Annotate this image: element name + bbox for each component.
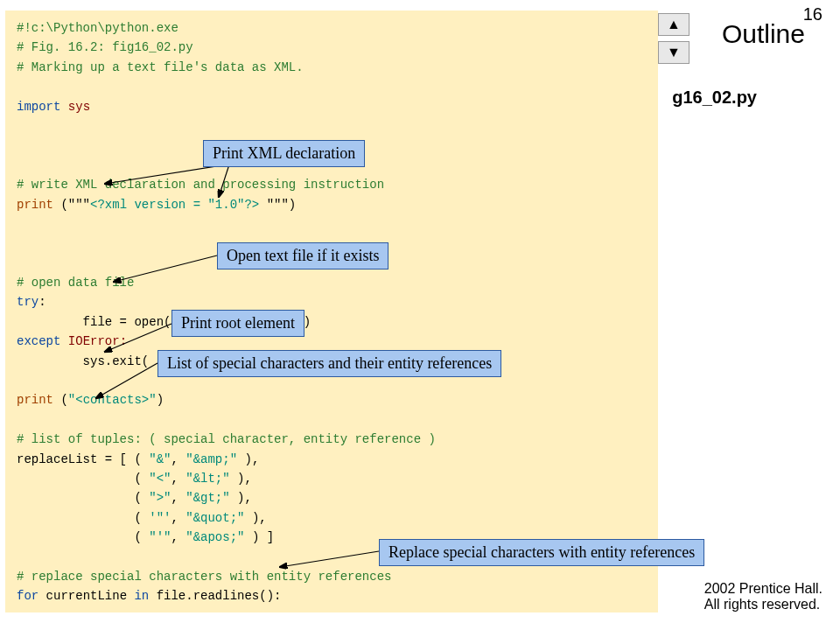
string-literal: <?xml version = "1.0"?> [90,198,259,212]
code-line: ( [17,472,149,486]
code-line: ( [53,393,68,407]
code-line: ), [230,491,252,505]
nav-up-button[interactable]: ▲ [658,13,690,36]
code-line: currentLine [38,589,134,603]
code-line: ), [237,452,259,466]
code-line: ( [17,511,149,525]
code-line: , [171,472,186,486]
callout-entity-list: List of special characters and their ent… [158,350,501,377]
code-line: """) [259,198,296,212]
string-literal: "<contacts>" [68,393,157,407]
callout-xml-declaration: Print XML declaration [203,140,365,167]
keyword-except: except [17,334,60,348]
copyright-line1: 2002 Prentice Hall. [704,581,822,596]
code-line: # Fig. 16.2: fig16_02.py [17,40,193,54]
copyright-line2: All rights reserved. [704,597,821,612]
keyword-print: print [17,198,53,212]
string-literal: "&" [149,452,171,466]
callout-replace: Replace special characters with entity r… [379,539,704,566]
code-line: , [171,511,186,525]
code-line: # replace special characters with entity… [17,570,391,584]
code-line: file = open( [17,315,178,329]
string-literal: "&apos;" [186,530,244,544]
string-literal: "&amp;" [186,452,237,466]
code-line: file.readlines(): [149,589,281,603]
callout-open-file: Open text file if it exists [217,242,388,270]
slide-number: 16 [803,4,822,24]
code-line: # write XML declaration and processing i… [17,178,384,192]
code-line: ), [230,472,252,486]
code-line: # list of tuples: ( special character, e… [17,432,436,446]
string-literal: "<" [149,472,171,486]
code-line: ( [17,530,149,544]
code-line: , [171,491,186,505]
code-line: (""" [53,198,90,212]
code-line: , [171,530,186,544]
string-literal: ">" [149,491,171,505]
string-literal: "&gt;" [186,491,229,505]
copyright-notice: 2002 Prentice Hall. All rights reserved. [704,581,822,612]
outline-title: Outline [722,19,805,49]
code-line: # open data file [17,276,134,290]
keyword-in: in [134,589,149,603]
string-literal: "&quot;" [186,511,244,525]
nav-arrows: ▲ ▼ [658,13,690,64]
filename-label: g16_02.py [672,88,757,108]
code-line: ) [157,393,164,407]
code-line: ( [17,491,149,505]
keyword-try: try [17,295,38,309]
code-line: # Marking up a text file's data as XML. [17,60,304,74]
code-line: ) ] [244,530,274,544]
keyword-for: for [17,589,38,603]
keyword-print: print [17,393,53,407]
string-literal: '"' [149,511,171,525]
code-block: #!c:\Python\python.exe # Fig. 16.2: fig1… [5,10,658,612]
code-line: ), [244,511,266,525]
code-line: , [171,452,186,466]
callout-root-element: Print root element [172,310,304,337]
code-line: : [38,295,46,309]
string-literal: "'" [149,530,171,544]
module-sys: sys [60,100,90,114]
string-literal: "&lt;" [186,472,229,486]
code-line: #!c:\Python\python.exe [17,21,178,35]
ioerror-class: IOError: [60,334,127,348]
keyword-import: import [17,100,60,114]
code-line: sys.exit( [17,354,157,368]
code-line: replaceList = [ ( [17,452,149,466]
nav-down-button[interactable]: ▼ [658,41,690,64]
